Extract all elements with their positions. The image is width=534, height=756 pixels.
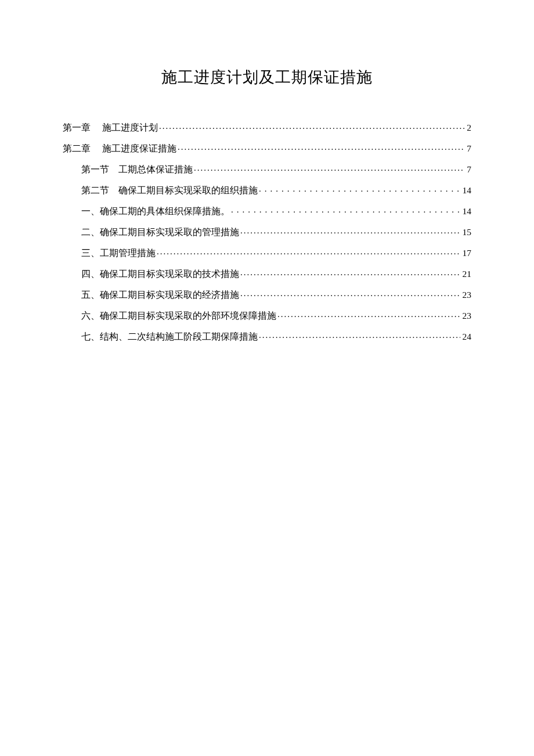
toc-entry: 二、确保工期目标实现采取的管理措施 15	[63, 226, 471, 236]
toc-page-number: 2	[466, 123, 471, 132]
toc-entry: 四、确保工期目标实现采取的技术措施 21	[63, 268, 471, 278]
toc-leader	[159, 121, 464, 131]
toc-label: 第二节 确保工期目标实现采取的组织措施	[81, 186, 258, 195]
toc-label: 四、确保工期目标实现采取的技术措施	[81, 269, 239, 279]
toc-page-number: 24	[461, 332, 472, 341]
toc-leader	[277, 309, 460, 319]
table-of-contents: 第一章 施工进度计划 2 第二章 施工进度保证措施 7 第一节 工期总体保证措施…	[63, 121, 471, 341]
toc-entry: 第一节 工期总体保证措施 7	[63, 163, 471, 174]
document-page: 施工进度计划及工期保证措施 第一章 施工进度计划 2 第二章 施工进度保证措施 …	[0, 0, 534, 341]
toc-page-number: 7	[466, 165, 471, 174]
toc-leader	[157, 247, 460, 256]
toc-label: 三、工期管理措施	[81, 249, 156, 258]
toc-label: 第一章 施工进度计划	[63, 123, 158, 132]
toc-entry: 第二节 确保工期目标实现采取的组织措施 14	[63, 184, 471, 195]
toc-page-number: 23	[461, 290, 472, 300]
toc-entry: 七、结构、二次结构施工阶段工期保障措施 24	[63, 330, 471, 341]
toc-label: 五、确保工期目标实现采取的经济措施	[81, 290, 239, 300]
toc-label: 一、确保工期的具体组织保障措施。	[81, 207, 230, 216]
toc-label: 七、结构、二次结构施工阶段工期保障措施	[81, 332, 258, 341]
toc-entry: 一、确保工期的具体组织保障措施。 14	[63, 205, 471, 215]
toc-leader	[194, 163, 464, 172]
toc-entry: 第一章 施工进度计划 2	[63, 121, 471, 132]
toc-page-number: 15	[461, 228, 472, 237]
toc-label: 第二章 施工进度保证措施	[63, 144, 176, 153]
toc-entry: 六、确保工期目标实现采取的外部环境保障措施 23	[63, 309, 471, 320]
toc-label: 二、确保工期目标实现采取的管理措施	[81, 228, 239, 237]
toc-entry: 五、确保工期目标实现采取的经济措施 23	[63, 289, 471, 299]
toc-leader	[240, 268, 460, 277]
toc-label: 第一节 工期总体保证措施	[81, 165, 193, 174]
toc-label: 六、确保工期目标实现采取的外部环境保障措施	[81, 311, 276, 321]
toc-page-number: 14	[461, 207, 472, 216]
toc-entry: 三、工期管理措施 17	[63, 247, 471, 257]
toc-page-number: 14	[461, 186, 472, 195]
toc-page-number: 21	[461, 269, 472, 279]
toc-entry: 第二章 施工进度保证措施 7	[63, 142, 471, 153]
toc-leader	[231, 205, 460, 214]
toc-leader	[178, 142, 464, 152]
toc-page-number: 7	[466, 144, 471, 153]
toc-leader	[240, 289, 460, 298]
toc-page-number: 17	[461, 249, 472, 258]
toc-leader	[240, 226, 460, 235]
toc-leader	[259, 184, 460, 193]
document-title: 施工进度计划及工期保证措施	[63, 67, 471, 88]
toc-page-number: 23	[461, 311, 472, 321]
toc-leader	[259, 330, 460, 340]
